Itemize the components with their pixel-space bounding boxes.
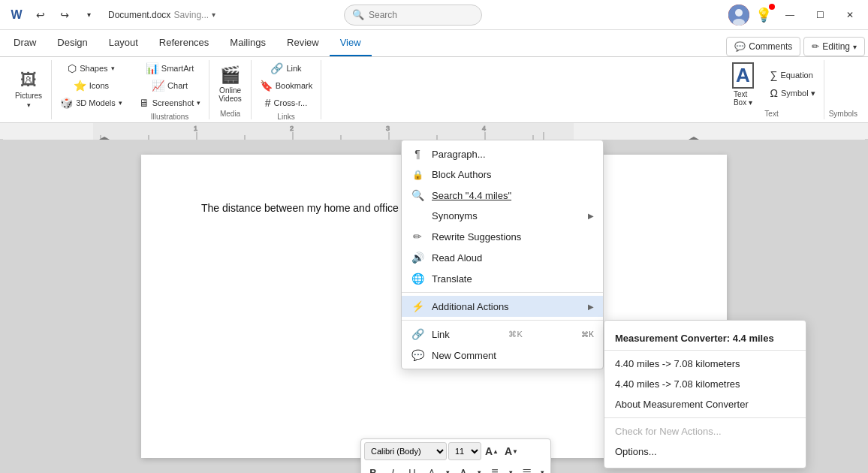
tab-mailings[interactable]: Mailings — [219, 30, 276, 56]
menu-item-translate[interactable]: 🌐 Translate — [402, 268, 603, 289]
paragraph-icon: ¶ — [411, 148, 424, 160]
font-size-select[interactable]: 11 — [448, 442, 481, 460]
underline-button[interactable]: U — [403, 463, 421, 473]
bookmark-button[interactable]: 🔖 Bookmark — [256, 77, 317, 94]
quick-access-dropdown[interactable]: ▾ — [78, 5, 99, 26]
maximize-button[interactable]: ☐ — [808, 5, 832, 26]
svg-rect-4 — [93, 123, 574, 140]
tab-design[interactable]: Design — [47, 30, 98, 56]
bullets-button[interactable]: ≡ — [486, 463, 504, 473]
menu-item-read-aloud[interactable]: 🔊 Read Aloud — [402, 247, 603, 268]
comments-button[interactable]: 💬 Comments — [726, 37, 800, 56]
ribbon-tabs: Draw Design Layout References Mailings R… — [0, 30, 868, 57]
editing-dropdown-arrow: ▾ — [853, 43, 857, 51]
screenshot-button[interactable]: 🖥 Screenshot ▾ — [135, 95, 205, 111]
group-links: 🔗 Link 🔖 Bookmark # Cross-r... Links — [252, 60, 322, 119]
decrease-font-button[interactable]: A▼ — [502, 442, 520, 460]
cross-reference-button[interactable]: # Cross-r... — [261, 95, 311, 111]
rewrite-icon: ✏ — [411, 230, 424, 243]
highlight-color-button[interactable]: A — [423, 463, 441, 473]
shapes-button[interactable]: ⬡ Shapes ▾ — [64, 60, 118, 77]
submenu-item-4[interactable]: Options... — [604, 441, 806, 462]
font-select[interactable]: Calibri (Body) — [364, 442, 447, 460]
equation-icon: ∑ — [770, 69, 777, 81]
additional-actions-icon: ⚡ — [411, 300, 424, 312]
block-authors-icon: 🔒 — [411, 170, 424, 180]
ruler: 1 2 3 4 — [0, 123, 868, 140]
chart-button[interactable]: 📈 Chart — [148, 77, 191, 94]
menu-item-synonyms[interactable]: Synonyms ▶ — [402, 206, 603, 226]
equation-button[interactable]: ∑ Equation — [766, 67, 818, 83]
chart-icon: 📈 — [152, 80, 164, 92]
link-button[interactable]: 🔗 Link — [267, 60, 305, 77]
mini-toolbar-row2: B I U A ▾ A ▾ ≡ ▾ ≣ ▾ — [364, 463, 547, 473]
submenu-item-0[interactable]: 4.40 miles -> 7.08 kilometers — [604, 354, 806, 374]
search-box[interactable]: 🔍 — [344, 5, 482, 26]
svg-text:3: 3 — [386, 125, 390, 132]
link-icon: 🔗 — [270, 62, 283, 74]
link-shortcut: ⌘K — [508, 330, 522, 339]
submenu-separator — [604, 417, 806, 418]
menu-item-new-comment[interactable]: 💬 New Comment — [402, 345, 603, 366]
menu-separator-1 — [402, 292, 603, 293]
shapes-icon: ⬡ — [68, 62, 77, 74]
symbols-label: Symbols — [829, 110, 857, 119]
menu-item-block-authors[interactable]: 🔒 Block Authors — [402, 164, 603, 185]
italic-button[interactable]: I — [384, 463, 402, 473]
cross-ref-icon: # — [265, 97, 271, 109]
menu-item-paragraph[interactable]: ¶ Paragraph... — [402, 143, 603, 164]
online-videos-button[interactable]: 🎬 OnlineVideos — [214, 62, 246, 107]
minimize-button[interactable]: — — [778, 5, 802, 26]
pictures-button[interactable]: 🖼 Pictures ▾ — [11, 68, 47, 113]
icons-icon: ⭐ — [74, 80, 86, 92]
submenu-title: Measurement Converter: 4.4 miles — [604, 327, 806, 351]
notifications-icon-wrapper[interactable]: 💡 — [755, 7, 772, 23]
group-illustrations: ⬡ Shapes ▾ ⭐ Icons 🎲 3D Models ▾ — [52, 60, 131, 119]
bullets-dropdown[interactable]: ▾ — [505, 463, 516, 473]
menu-item-rewrite[interactable]: ✏ Rewrite Suggestions — [402, 226, 603, 247]
font-color-dropdown[interactable]: ▾ — [474, 463, 484, 473]
search-input[interactable] — [369, 10, 474, 20]
menu-item-link[interactable]: 🔗 Link ⌘K ⌘K — [402, 324, 603, 345]
menu-item-additional-actions[interactable]: ⚡ Additional Actions ▶ — [402, 296, 603, 317]
numbering-button[interactable]: ≣ — [517, 463, 535, 473]
numbering-dropdown[interactable]: ▾ — [537, 463, 547, 473]
bold-button[interactable]: B — [364, 463, 382, 473]
submenu-item-3: Check for New Actions... — [604, 421, 806, 441]
tab-references[interactable]: References — [149, 30, 219, 56]
lightbulb-icon: 💡 — [755, 8, 772, 23]
new-comment-icon: 💬 — [411, 349, 424, 361]
editing-button[interactable]: ✏ Editing ▾ — [803, 37, 865, 56]
tab-layout[interactable]: Layout — [98, 30, 149, 56]
tab-draw[interactable]: Draw — [3, 30, 47, 56]
media-label: Media — [220, 110, 240, 119]
icons-button[interactable]: ⭐ Icons — [70, 77, 113, 94]
submenu-item-1[interactable]: 4.40 miles -> 7.08 kilometres — [604, 374, 806, 394]
menu-item-search[interactable]: 🔍 Search "4.4 miles" — [402, 185, 603, 206]
tab-view[interactable]: View — [330, 30, 372, 56]
title-bar: W ↩ ↩ ▾ Document.docx Saving... ▾ 🔍 💡 — … — [0, 0, 868, 30]
additional-actions-arrow: ▶ — [588, 303, 594, 311]
close-button[interactable]: ✕ — [838, 5, 862, 26]
font-color-button[interactable]: A — [454, 463, 472, 473]
search-icon: 🔍 — [352, 9, 364, 20]
smartart-button[interactable]: 📊 SmartArt — [142, 60, 197, 77]
ruler-svg: 1 2 3 4 — [3, 123, 865, 140]
context-menu: ¶ Paragraph... 🔒 Block Authors 🔍 Search … — [401, 140, 604, 369]
submenu-item-2[interactable]: About Measurement Converter — [604, 394, 806, 414]
ribbon-spacer — [321, 60, 719, 119]
svg-point-1 — [735, 9, 743, 17]
tab-review[interactable]: Review — [276, 30, 330, 56]
group-symbols: Symbols — [824, 60, 862, 119]
edit-icon: ✏ — [812, 41, 819, 52]
3d-models-button[interactable]: 🎲 3D Models ▾ — [56, 95, 126, 111]
increase-font-button[interactable]: A▲ — [483, 442, 501, 460]
svg-text:4: 4 — [482, 125, 486, 132]
redo-button[interactable]: ↩ — [54, 5, 75, 26]
symbol-button[interactable]: Ω Symbol ▾ — [766, 85, 818, 101]
title-bar-right: 💡 — ☐ ✕ — [728, 5, 862, 26]
undo-button[interactable]: ↩ — [30, 5, 51, 26]
screenshot-icon: 🖥 — [139, 97, 149, 109]
highlight-dropdown[interactable]: ▾ — [442, 463, 453, 473]
textbox-button[interactable]: A TextBox ▾ — [724, 62, 761, 107]
